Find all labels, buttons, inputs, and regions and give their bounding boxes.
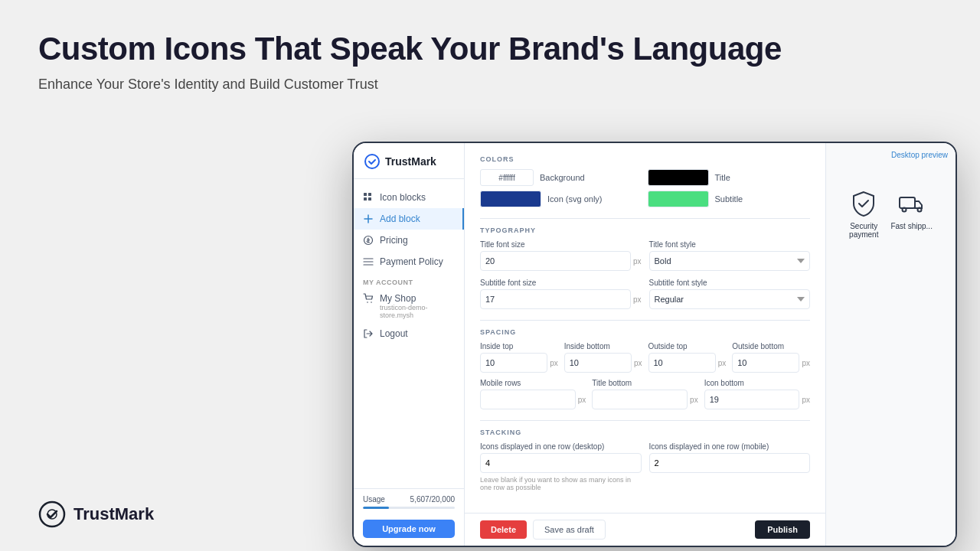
outside-top-input[interactable] [648,353,716,373]
svg-point-11 [902,208,906,212]
divider-3 [480,420,810,421]
subtitle-font-size-unit: px [633,295,642,304]
stacking-section-label: STACKING [480,429,810,436]
title-font-style-label: Title font style [649,240,811,249]
svg-rect-3 [364,193,367,196]
shipping-icon-label: Fast shipp... [890,222,932,230]
outside-bottom-input[interactable] [732,353,799,373]
list-icon [363,256,374,267]
inside-top-input[interactable] [480,353,547,373]
sidebar-item-my-shop[interactable]: My Shop trusticon-demo-store.mysh [354,289,464,323]
title-bottom-group: Title bottom px [592,379,697,409]
subtitle-color-label: Subtitle [715,194,743,204]
icon-bottom-group: Icon bottom px [704,379,810,409]
title-font-style-select[interactable]: Regular Bold Italic Bold Italic [649,251,811,271]
icons-mobile-input[interactable] [649,453,811,473]
svg-point-12 [917,208,921,212]
divider-2 [480,320,810,321]
icons-desktop-group: Icons displayed in one row (desktop) Lea… [480,442,642,491]
sidebar-item-payment-policy[interactable]: Payment Policy [354,251,464,272]
usage-row: Usage 5,607/20,000 [363,495,455,504]
page-title: Custom Icons That Speak Your Brand's Lan… [38,31,942,67]
spacing-grid: Inside top px Inside bottom px Outside t… [480,342,810,373]
svg-rect-4 [368,193,371,196]
sidebar-item-add-block[interactable]: Add block [354,208,464,230]
outside-bottom-input-row: px [732,353,810,373]
mobile-rows-input[interactable] [480,390,576,409]
subtitle-font-size-input[interactable] [480,289,631,309]
background-color-swatch[interactable]: #ffffff [480,169,534,186]
sidebar-item-icon-blocks[interactable]: Icon blocks [354,187,464,208]
sidebar-item-label: Pricing [380,235,408,246]
sidebar-brand-name: TrustMark [385,155,436,168]
subtitle-font-size-input-row: px [480,289,642,309]
bottom-toolbar: Delete Save as draft Publish [465,513,825,546]
icon-color-row: Icon (svg only) [480,191,643,207]
icons-desktop-input[interactable] [480,453,642,473]
logout-label: Logout [380,328,408,339]
icon-color-swatch[interactable] [480,191,541,207]
preview-icon-shipping: Fast shipp... [890,190,932,239]
mobile-rows-group: Mobile rows px [480,379,586,409]
usage-label: Usage [363,495,385,504]
my-shop-label: My Shop [380,293,416,304]
title-color-row: Title [648,169,811,186]
save-draft-button[interactable]: Save as draft [533,520,606,540]
usage-section: Usage 5,607/20,000 [354,488,464,515]
mobile-rows-input-row: px [480,390,586,409]
icons-mobile-label: Icons displayed in one row (mobile) [649,442,811,451]
background-color-label: Background [540,173,585,182]
svg-rect-6 [368,197,371,201]
outside-bottom-unit: px [802,359,810,367]
usage-bar-background [363,507,455,509]
title-color-swatch[interactable] [648,169,709,186]
inside-bottom-input[interactable] [564,353,632,373]
inside-bottom-label: Inside bottom [564,342,642,350]
background-color-row: #ffffff Background [480,169,643,186]
title-font-size-input-row: px [480,251,642,271]
outside-top-input-row: px [648,353,727,373]
outside-bottom-label: Outside bottom [732,342,810,350]
title-bottom-unit: px [690,396,698,404]
title-bottom-input[interactable] [592,390,688,409]
subtitle-color-row: Subtitle [648,191,811,207]
inside-top-unit: px [550,359,558,367]
publish-button[interactable]: Publish [755,520,810,539]
icons-mobile-group: Icons displayed in one row (mobile) [649,442,811,491]
sidebar-item-label: Icon blocks [380,192,426,203]
bottom-logo: TrustMark [38,500,154,528]
dollar-icon [363,235,374,246]
upgrade-button[interactable]: Upgrade now [363,520,455,538]
preview-title: Desktop preview [834,151,948,159]
cart-icon [363,293,374,304]
subtitle-font-style-group: Subtitle font style Regular Bold Italic [649,279,811,309]
sidebar-bottom: Usage 5,607/20,000 Upgrade now [354,488,464,546]
usage-value: 5,607/20,000 [410,495,455,504]
settings-panel: COLORS #ffffff Background Title Icon (sv… [465,143,825,513]
plus-icon [363,214,374,224]
logout-icon [363,328,374,339]
icon-bottom-input[interactable] [704,390,800,409]
sidebar-navigation: Icon blocks Add block Pricing Paymen [354,179,464,488]
sidebar-item-pricing[interactable]: Pricing [354,230,464,251]
delete-button[interactable]: Delete [480,520,527,539]
spacing-section-label: SPACING [480,328,810,336]
grid-icon [363,192,374,203]
inside-bottom-unit: px [634,359,642,367]
preview-icon-security: Securitypayment [849,190,878,239]
subtitle-color-swatch[interactable] [648,191,709,207]
colors-grid: #ffffff Background Title Icon (svg only)… [480,169,810,207]
usage-bar-fill [363,507,389,509]
inside-bottom-group: Inside bottom px [564,342,642,373]
title-font-style-group: Title font style Regular Bold Italic Bol… [649,240,811,271]
preview-panel: Desktop preview Securitypayment Fast shi… [825,143,956,546]
colors-section-label: COLORS [480,155,810,163]
security-icon-label: Securitypayment [849,222,878,239]
title-font-size-group: Title font size px [480,240,642,271]
sidebar-item-logout[interactable]: Logout [354,323,464,344]
title-font-size-input[interactable] [480,251,631,271]
svg-point-9 [371,302,372,303]
title-font-size-label: Title font size [480,240,642,249]
svg-point-0 [40,502,64,527]
subtitle-font-style-select[interactable]: Regular Bold Italic [649,289,811,309]
